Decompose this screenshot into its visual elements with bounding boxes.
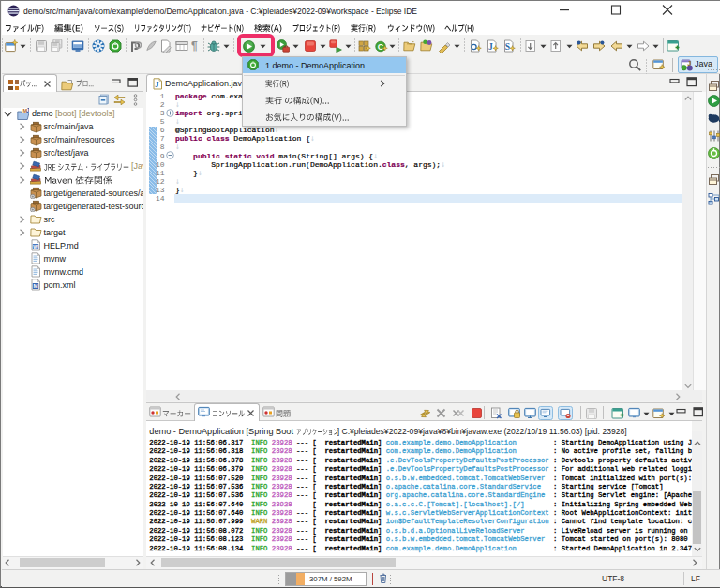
svg-text:C: C	[378, 42, 384, 52]
svg-text:W: W	[33, 244, 38, 249]
svg-text:J: J	[155, 80, 159, 89]
svg-text:S: S	[505, 42, 510, 52]
svg-text:J: J	[687, 59, 691, 68]
svg-text:J: J	[26, 108, 29, 113]
svg-text:J: J	[488, 42, 493, 52]
svg-text:M: M	[34, 284, 38, 290]
